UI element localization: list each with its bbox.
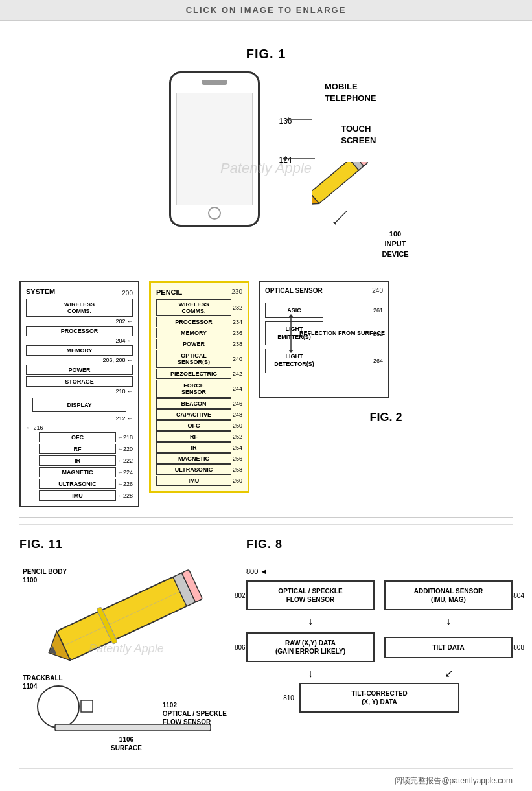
fig8-title: FIG. 8: [246, 538, 513, 551]
sys-ref-202: 202 ←: [26, 318, 133, 325]
sys-magnetic: MAGNETIC: [39, 467, 116, 477]
pen-ref-250: 250: [233, 422, 242, 429]
fig8-ref-800: 800 ◄: [246, 567, 513, 575]
pen-ir: IR: [156, 442, 231, 453]
optical-flow-sensor-label: 1102OPTICAL / SPECKLEFLOW SENSOR: [163, 701, 227, 726]
svg-marker-13: [288, 350, 294, 353]
sys-ultrasonic: ULTRASONIC: [39, 479, 116, 489]
sys-ref-224: ←224: [117, 469, 133, 476]
svg-line-19: [64, 591, 181, 646]
pen-force-sensor: FORCESENSOR: [156, 380, 231, 398]
sys-ref-212: 212 ←: [26, 415, 133, 422]
pen-ref-252: 252: [233, 433, 242, 440]
svg-rect-4: [312, 162, 359, 203]
phone-speaker: [202, 80, 227, 85]
pen-ref-254: 254: [233, 444, 242, 451]
pen-piezoelectric: PIEZOELECTRIC: [156, 369, 231, 379]
sys-ref-204: 204 ←: [26, 338, 133, 344]
sys-processor: PROCESSOR: [26, 326, 133, 336]
sys-ref-228: ←228: [117, 492, 133, 499]
sys-ref-220: ←220: [117, 446, 133, 452]
phone-diagram: [169, 71, 260, 227]
surface-label: 1106SURFACE: [111, 735, 142, 752]
fig8-ref-808: 808: [513, 644, 524, 651]
fig11-part: FIG. 11: [19, 538, 233, 755]
pen-ref-258: 258: [233, 466, 242, 473]
pencil-title: PENCIL: [156, 288, 182, 296]
fig8-arrow-down1: ↓: [246, 615, 375, 627]
pen-ref-242: 242: [233, 371, 242, 377]
trackball-shape: [38, 686, 79, 728]
trackball-label: TRACKBALL1104: [23, 674, 63, 691]
svg-marker-12: [288, 314, 294, 317]
bottom-section: FIG. 11: [19, 524, 513, 762]
pen-ref-246: 246: [233, 400, 242, 407]
sys-ref-222: ←222: [117, 457, 133, 464]
fig8-ref-802: 802: [235, 592, 246, 599]
arrow-100: [331, 207, 351, 227]
pen-rf: RF: [156, 431, 231, 442]
fig2-section: SYSTEM 200 WIRELESSCOMMS. 202 ← PROCESSO…: [19, 275, 513, 514]
svg-marker-10: [332, 222, 336, 225]
fig8-additional-box: ADDITIONAL SENSOR(IMU, MAG): [384, 580, 513, 610]
pen-imu: IMU: [156, 476, 231, 486]
sys-ir: IR: [39, 455, 116, 466]
section-divider: [19, 517, 513, 518]
sys-imu: IMU: [39, 490, 116, 501]
sys-rf: RF: [39, 444, 116, 454]
pen-ref-240: 240: [233, 356, 242, 362]
sys-display: DISPLAY: [32, 398, 126, 412]
pen-ref-260: 260: [233, 477, 242, 484]
system-title: SYSTEM: [26, 288, 55, 295]
sys-power: POWER: [26, 365, 133, 375]
pen-wireless-comms: WIRELESSCOMMS.: [156, 299, 231, 316]
optical-ref: 240: [372, 287, 383, 299]
fig8-arrow-down4: ↙: [384, 667, 513, 680]
fig11-title: FIG. 11: [19, 538, 233, 551]
pen-ref-232: 232: [233, 304, 242, 311]
pen-ref-244: 244: [233, 385, 242, 392]
pen-power: POWER: [156, 339, 231, 349]
pen-optical-sensor: OPTICALSENSOR(S): [156, 350, 231, 368]
stylus-diagram: [312, 162, 389, 240]
mobile-telephone-label: MOBILETELEPHONE: [325, 81, 376, 104]
fig8-row1: OPTICAL / SPECKLEFLOW SENSOR 802 ADDITIO…: [246, 580, 513, 610]
optical-sensor-detail: [81, 700, 93, 712]
phone-home-button: [208, 207, 221, 220]
fig1-title: FIG. 1: [19, 47, 513, 62]
opt-ref-264: 264: [373, 358, 383, 364]
reflection-label: REFLECTION FROM SURFACE: [299, 330, 385, 338]
fig8-row2: RAW (X,Y) DATA(GAIN ERROR LIKELY) 806 TI…: [246, 632, 513, 662]
pen-memory: MEMORY: [156, 328, 231, 338]
fig8-arrow-down3: ↓: [246, 668, 375, 680]
fig8-corrected-box: TILT-CORRECTED(X, Y) DATA: [299, 683, 459, 713]
pen-ref-248: 248: [233, 411, 242, 418]
system-box: SYSTEM 200 WIRELESSCOMMS. 202 ← PROCESSO…: [19, 281, 139, 507]
pen-ultrasonic: ULTRASONIC: [156, 464, 231, 475]
touch-screen-label: TOUCHSCREEN: [341, 123, 376, 146]
optical-sensor-title: OPTICAL SENSOR: [265, 287, 323, 294]
pen-magnetic: MAGNETIC: [156, 453, 231, 464]
footer-text: 阅读完整报告@patentlyapple.com: [19, 768, 513, 790]
sys-ref-210: 210 ←: [26, 388, 133, 395]
optical-sensor-box: OPTICAL SENSOR 240 ASIC 261 LIGHTEMITTER…: [259, 281, 389, 398]
svg-marker-1: [286, 117, 289, 122]
sys-wireless-comms: WIRELESSCOMMS.: [26, 299, 133, 317]
sys-ref-218: ←218: [117, 434, 133, 441]
arrow-136: [286, 110, 318, 130]
pencil-box: PENCIL 230 WIRELESSCOMMS. 232 PROCESSOR …: [149, 281, 249, 493]
phone-screen: [176, 93, 253, 205]
fig8-ref-806: 806: [235, 644, 246, 651]
pen-processor: PROCESSOR: [156, 317, 231, 327]
pen-ref-256: 256: [233, 455, 242, 462]
fig8-ref-804: 804: [513, 592, 524, 599]
pen-ref-234: 234: [233, 319, 242, 325]
sys-ref-216: ← 216: [26, 424, 133, 431]
fig11-diagram: PENCIL BODY1100 1102OPTICAL / SPECKLEFLO…: [19, 561, 233, 755]
fig8-tilt-box: TILT DATA: [384, 637, 513, 658]
input-device-label: 100INPUTDEVICE: [382, 229, 409, 259]
sys-ref-206: 206, 208 ←: [26, 357, 133, 363]
pencil-ref: 230: [231, 288, 242, 299]
top-bar-label: CLICK ON IMAGE TO ENLARGE: [0, 0, 532, 21]
sys-storage: STORAGE: [26, 376, 133, 387]
